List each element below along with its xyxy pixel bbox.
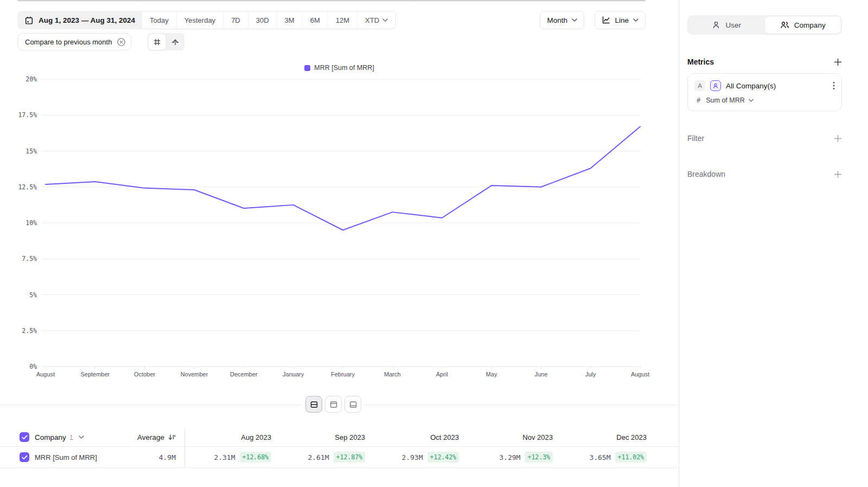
x-axis-label: May [486, 371, 497, 377]
month-cell: 3.65M+11.02% [560, 452, 654, 463]
config-sidebar: User Company Metrics A [680, 0, 868, 487]
month-cell: 2.93M+12.42% [373, 452, 467, 463]
average-column-header[interactable]: Average [137, 433, 176, 441]
y-axis-label: 17.5% [18, 111, 37, 119]
chart-legend[interactable]: MRR [Sum of MRR] [0, 64, 679, 72]
add-filter-button[interactable] [834, 134, 842, 143]
breakdown-section-title: Breakdown [687, 170, 725, 178]
range-yesterday-button[interactable]: Yesterday [176, 11, 223, 29]
range-7d-button[interactable]: 7D [223, 11, 248, 29]
x-axis-label: July [585, 371, 596, 377]
x-axis-label: October [134, 371, 155, 377]
cell-value: 2.31M [214, 453, 235, 462]
metric-menu-button[interactable] [833, 81, 835, 90]
row-checkbox[interactable] [20, 452, 29, 462]
range-12m-button[interactable]: 12M [328, 11, 357, 29]
add-breakdown-button[interactable] [834, 170, 842, 178]
date-range-label: Aug 1, 2023 — Aug 31, 2024 [39, 16, 135, 24]
delta-badge: +12.42% [427, 452, 459, 463]
xtd-label: XTD [365, 16, 379, 24]
granularity-dropdown[interactable]: Month [540, 11, 584, 29]
x-axis-label: April [436, 371, 448, 377]
date-range-button[interactable]: Aug 1, 2023 — Aug 31, 2024 [17, 11, 142, 29]
sort-descending-icon [168, 433, 176, 441]
x-axis-label: August [631, 371, 649, 377]
chart-type-dropdown[interactable]: Line [595, 11, 646, 29]
select-all-checkbox[interactable] [20, 432, 29, 442]
kebab-menu-icon [833, 81, 835, 90]
y-axis-label: 5% [29, 291, 37, 299]
x-axis-label: December [230, 371, 258, 377]
table-header-row: Company 1 Average Aug 2023Sep 2023Oct 20… [0, 428, 679, 446]
metric-entity-name: All Company(s) [726, 82, 828, 90]
chevron-down-icon[interactable] [79, 435, 84, 439]
range-6m-button[interactable]: 6M [302, 11, 328, 29]
arrow-up-from-line-icon [171, 37, 180, 46]
layout-panel-bottom-button[interactable] [344, 396, 361, 413]
plus-icon [834, 170, 842, 178]
table-row[interactable]: MRR [Sum of MRR] 4.9M 2.31M+12.68%2.61M+… [0, 446, 679, 468]
month-column-header: Dec 2023 [560, 433, 654, 441]
aggregation-dropdown[interactable]: Sum of MRR [706, 97, 754, 104]
compare-chip-label: Compare to previous month [25, 38, 112, 46]
plus-icon [834, 58, 842, 66]
month-cell: 2.31M+12.68% [185, 452, 279, 463]
month-column-header: Oct 2023 [373, 433, 467, 441]
metric-card[interactable]: A All Company(s) # Sum of MRR [687, 73, 842, 111]
cell-value: 3.65M [589, 453, 610, 462]
group-count: 1 [69, 433, 73, 441]
line-chart-icon [602, 16, 610, 24]
user-segment-label: User [725, 21, 741, 29]
range-30d-button[interactable]: 30D [248, 11, 277, 29]
toggle-user-segment[interactable]: User [688, 16, 765, 34]
layout-panel-top-button[interactable] [325, 396, 342, 413]
table-row-left: MRR [Sum of MRR] 4.9M [0, 447, 185, 467]
x-axis-label: June [534, 371, 547, 377]
x-axis-label: March [384, 371, 401, 377]
x-axis-label: February [331, 371, 355, 377]
month-cell: 3.29M+12.3% [467, 452, 560, 463]
range-3m-button[interactable]: 3M [277, 11, 302, 29]
x-axis-label: September [80, 371, 110, 377]
grid-toggle-button[interactable] [148, 34, 166, 50]
chevron-down-icon [382, 18, 388, 22]
month-cell: 2.61M+12.87% [279, 452, 373, 463]
cell-value: 2.93M [401, 453, 423, 462]
compare-chip[interactable]: Compare to previous month [17, 33, 131, 50]
circle-x-icon[interactable] [117, 37, 126, 47]
user-icon [712, 21, 720, 29]
panel-top-icon [329, 400, 338, 409]
y-axis-label: 12.5% [18, 183, 37, 191]
legend-swatch [304, 65, 310, 71]
quick-range-group: TodayYesterday7D30D3M6M12M XTD [142, 11, 396, 29]
y-axis-label: 7.5% [22, 255, 37, 262]
legend-label: MRR [Sum of MRR] [314, 64, 374, 72]
plus-icon [834, 134, 842, 143]
x-axis-label: November [181, 371, 208, 377]
panel-bottom-icon [349, 400, 358, 409]
y-axis-label: 15% [25, 148, 37, 155]
chart-type-label: Line [615, 16, 629, 24]
scale-toggle-button[interactable] [166, 34, 184, 50]
table-header-left: Company 1 Average [0, 428, 185, 446]
range-today-button[interactable]: Today [142, 11, 176, 29]
toggle-company-segment[interactable]: Company [765, 16, 841, 34]
group-by-label[interactable]: Company [35, 433, 66, 441]
add-metric-button[interactable] [834, 58, 842, 66]
row-average-value: 4.9M [159, 453, 176, 462]
month-column-headers: Aug 2023Sep 2023Oct 2023Nov 2023Dec 2023 [185, 428, 654, 446]
numeric-type-icon: # [697, 97, 700, 104]
cell-value: 2.61M [308, 453, 329, 462]
range-xtd-button[interactable]: XTD [357, 11, 395, 29]
chart-option-toggles [148, 33, 184, 50]
x-axis-label: January [283, 371, 304, 377]
y-axis-label: 2.5% [22, 327, 37, 335]
delta-badge: +11.02% [615, 452, 647, 463]
mrr-line-series[interactable] [46, 126, 640, 230]
metrics-section-title: Metrics [687, 57, 714, 66]
chevron-down-icon [749, 99, 754, 102]
month-column-header: Nov 2023 [467, 433, 560, 441]
layout-split-button[interactable] [305, 396, 322, 413]
delta-badge: +12.3% [525, 452, 553, 463]
mrr-line-chart: 0%2.5%5%7.5%10%12.5%15%17.5%20%AugustSep… [0, 73, 679, 385]
